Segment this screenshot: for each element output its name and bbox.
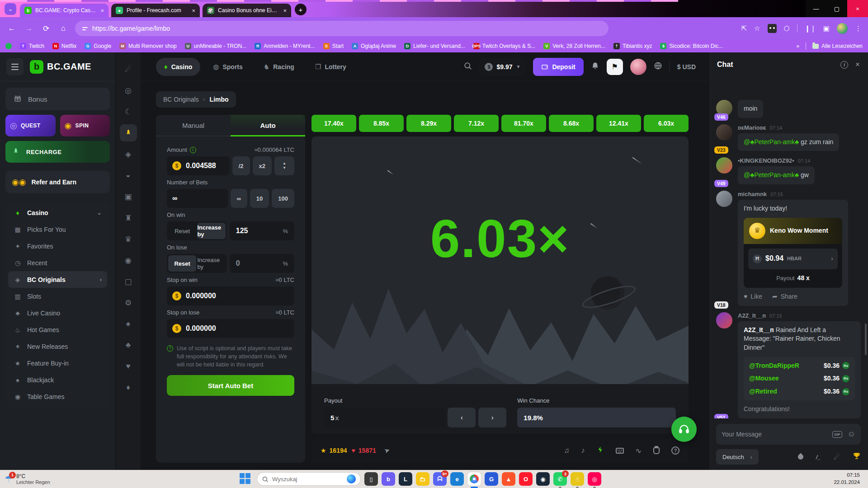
jackpot-jar-icon[interactable] bbox=[653, 447, 660, 454]
multiplier-history-3[interactable]: 7.12x bbox=[454, 115, 499, 132]
chat-mention[interactable]: @♣PeterPan-amk♣ bbox=[744, 171, 799, 178]
refer-and-earn-button[interactable]: ◉◉ Refer and Earn bbox=[5, 171, 110, 193]
multiplier-history-0[interactable]: 17.40x bbox=[311, 115, 356, 132]
chat-username[interactable]: ᴅᴇMarioᴅᴇ bbox=[738, 124, 766, 131]
chat-avatar[interactable] bbox=[716, 124, 732, 141]
samsung-internet-icon[interactable]: G bbox=[485, 472, 498, 486]
rail-game-icon-1[interactable]: ◎ bbox=[120, 82, 137, 99]
chat-mention[interactable]: @♣PeterPan-amk♣ bbox=[744, 138, 799, 145]
live-support-button[interactable] bbox=[671, 417, 697, 442]
sidebar-item-recent[interactable]: ◷Recent bbox=[8, 254, 107, 271]
brave-icon[interactable]: ▲ bbox=[502, 472, 515, 486]
bookmark-item-3[interactable]: GGoogle bbox=[85, 43, 111, 49]
multiplier-history-1[interactable]: 8.85x bbox=[359, 115, 404, 132]
nav-lottery[interactable]: ❒Lottery bbox=[307, 58, 354, 76]
window-maximize-button[interactable]: ▢ bbox=[826, 0, 847, 17]
taskbar-weather-widget[interactable]: ☂ 1 8°C Leichter Regen bbox=[5, 473, 104, 485]
rain-recipient-name[interactable]: @TronDaRippeR bbox=[749, 361, 799, 371]
tab-manual[interactable]: Manual bbox=[156, 115, 231, 136]
bookmark-item-4[interactable]: MMulti Remover shop bbox=[119, 43, 177, 49]
all-bookmarks-folder[interactable]: Alle Lesezeichen bbox=[812, 43, 863, 49]
favorites-count[interactable]: ★ 16194 bbox=[321, 447, 347, 454]
rail-game-icon-15[interactable]: ♦ bbox=[120, 379, 137, 396]
on-win-increase-button[interactable]: Increase by bbox=[197, 223, 225, 239]
rail-game-icon-3[interactable] bbox=[120, 124, 137, 141]
multiplier-history-5[interactable]: 8.68x bbox=[549, 115, 594, 132]
bookmark-item-10[interactable]: DPSTwitch Overlays & S... bbox=[473, 43, 535, 49]
hamburger-menu-icon[interactable] bbox=[6, 58, 24, 75]
double-amount-button[interactable]: x2 bbox=[253, 156, 272, 175]
back-icon[interactable]: ← bbox=[6, 24, 17, 33]
bookmark-item-8[interactable]: AOglądaj Anime bbox=[352, 43, 396, 49]
discord-icon[interactable]: ᗣ9+ bbox=[433, 472, 447, 486]
chat-avatar[interactable] bbox=[716, 312, 732, 328]
start-button[interactable] bbox=[240, 473, 251, 485]
chat-username[interactable]: michamnk bbox=[738, 191, 767, 197]
spin-button[interactable]: ◉ SPIN bbox=[60, 115, 110, 136]
taskbar-clock[interactable]: 07:15 22.01.2024 bbox=[834, 472, 863, 486]
rail-game-icon-8[interactable]: ♛ bbox=[120, 230, 137, 248]
taskbar-search-input[interactable] bbox=[272, 476, 331, 483]
bookmark-item-12[interactable]: †Tibiantis xyz bbox=[613, 43, 652, 49]
pointer-icon[interactable]: ☝ bbox=[571, 472, 584, 486]
on-win-reset-button[interactable]: Reset bbox=[168, 223, 196, 239]
stop-on-win-input[interactable]: $ 0.000000 bbox=[167, 286, 294, 305]
emoji-picker-icon[interactable]: ☺ bbox=[848, 430, 855, 439]
rail-game-icon-2[interactable]: ☾ bbox=[120, 103, 137, 120]
sidebar-item-casino[interactable]: ♦Casino⌄ bbox=[8, 204, 107, 221]
rail-game-icon-10[interactable]: ▢ bbox=[120, 273, 137, 290]
sidebar-panel-icon[interactable]: ❙❘ bbox=[805, 24, 816, 33]
league-icon[interactable]: L bbox=[399, 472, 412, 486]
tablet-icon[interactable]: ▯ bbox=[364, 472, 378, 486]
bookmark-item-1[interactable]: TTwitch bbox=[20, 43, 44, 49]
on-lose-reset-button[interactable]: Reset bbox=[168, 255, 196, 272]
new-tab-button[interactable]: + bbox=[295, 4, 307, 15]
promo-flag-icon[interactable]: ⚑ bbox=[607, 59, 623, 75]
payout-decrease-button[interactable]: ‹ bbox=[448, 408, 476, 427]
breadcrumb-parent[interactable]: BC Originals bbox=[163, 96, 199, 103]
browser-menu-icon[interactable]: ⋮ bbox=[855, 24, 862, 33]
amount-input[interactable]: $ 0.004588 bbox=[167, 156, 230, 175]
deposit-button[interactable]: Deposit bbox=[533, 58, 583, 76]
edge-icon[interactable]: e bbox=[450, 472, 464, 486]
quest-button[interactable]: ◎ QUEST bbox=[5, 115, 56, 136]
chat-rules-icon[interactable]: /_ bbox=[816, 454, 821, 460]
nav-sports[interactable]: ◍Sports bbox=[205, 58, 250, 76]
sidebar-item-favorites[interactable]: ✦Favorites bbox=[8, 238, 107, 254]
sidebar-item-slots[interactable]: ▥Slots bbox=[8, 288, 107, 305]
tampermonkey-icon[interactable] bbox=[768, 24, 777, 33]
url-input[interactable] bbox=[92, 25, 601, 32]
info-circle-icon[interactable]: ! bbox=[190, 147, 196, 153]
payout-increase-button[interactable]: › bbox=[478, 408, 506, 427]
rail-game-icon-9[interactable]: ◉ bbox=[120, 252, 137, 269]
rail-game-icon-6[interactable]: ▣ bbox=[120, 188, 137, 205]
chat-scrollbar[interactable] bbox=[865, 324, 867, 355]
rail-game-icon-11[interactable]: ⚙ bbox=[120, 294, 137, 311]
chat-username[interactable]: A2Z_It__ᴨ bbox=[738, 312, 766, 319]
whatsapp-icon[interactable]: ✆3 bbox=[553, 472, 567, 486]
bets-infinite-button[interactable]: ∞ bbox=[231, 189, 247, 208]
help-icon[interactable]: ? bbox=[671, 446, 679, 455]
send-to-device-icon[interactable]: ⇱ bbox=[741, 24, 747, 33]
opera-icon[interactable]: O bbox=[519, 472, 533, 486]
recharge-button[interactable]: RECHARGE bbox=[5, 141, 110, 163]
browser-tab-2[interactable]: 🎲Casino Bonus ohne Einzahlung× bbox=[203, 4, 291, 17]
bets-10-button[interactable]: 10 bbox=[250, 189, 269, 208]
music-toggle-icon[interactable]: ♫ bbox=[564, 446, 570, 455]
bcgame-logo[interactable]: b BC.GAME bbox=[30, 60, 91, 74]
chat-avatar[interactable] bbox=[716, 191, 732, 207]
currency-display-selector[interactable]: $ USD bbox=[677, 63, 696, 70]
bookmark-item-7[interactable]: SStart bbox=[323, 43, 344, 49]
forward-icon[interactable]: → bbox=[24, 24, 34, 33]
on-win-percent-input[interactable]: 125 % bbox=[230, 221, 294, 240]
sidebar-item-picks-for-you[interactable]: ▦Picks For You bbox=[8, 221, 107, 238]
bookmarks-overflow-icon[interactable]: » bbox=[797, 43, 800, 49]
rail-game-icon-0[interactable]: ☄ bbox=[120, 61, 137, 78]
sidebar-item-live-casino[interactable]: ♣Live Casino bbox=[8, 305, 107, 321]
browser-profile-avatar[interactable] bbox=[837, 23, 848, 34]
fireball-icon[interactable]: ☄ bbox=[834, 453, 840, 461]
extensions-puzzle-icon[interactable]: ⬡ bbox=[784, 24, 790, 33]
sidebar-item-feature-buy-in[interactable]: ★Feature Buy-in bbox=[8, 355, 107, 371]
language-globe-icon[interactable] bbox=[654, 61, 662, 72]
sidebar-item-table-games[interactable]: ◉Table Games bbox=[8, 388, 107, 405]
